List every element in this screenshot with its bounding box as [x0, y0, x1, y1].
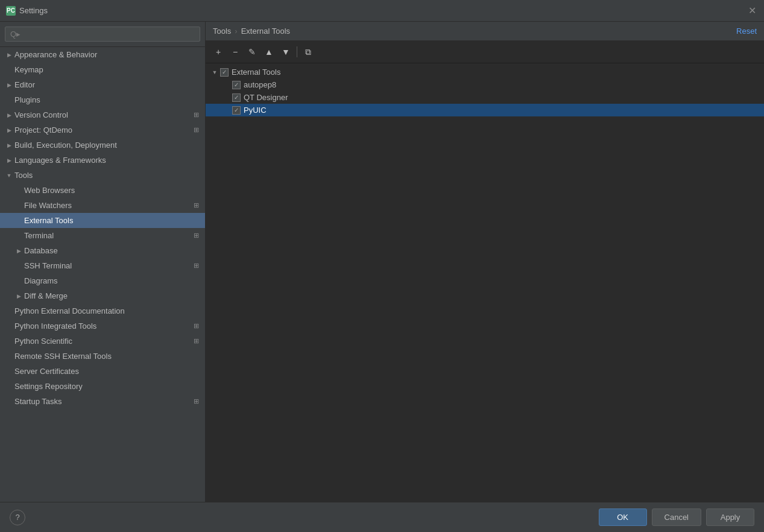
settings-icon-ssh-terminal: ⊞ — [192, 262, 200, 270]
settings-icon-terminal: ⊞ — [192, 232, 200, 240]
title-bar: PC Settings ✕ — [0, 0, 764, 22]
breadcrumb-separator: › — [235, 27, 237, 36]
sidebar: Appearance & BehaviorKeymapEditorPlugins… — [0, 22, 206, 502]
sidebar-label-diagrams: Diagrams — [24, 276, 200, 285]
sidebar-scroll: Appearance & BehaviorKeymapEditorPlugins… — [0, 47, 205, 502]
sidebar-label-python-scientific: Python Scientific — [14, 337, 192, 346]
sidebar-label-build: Build, Execution, Deployment — [14, 141, 200, 150]
sidebar-item-python-integrated[interactable]: Python Integrated Tools⊞ — [0, 318, 205, 334]
apply-button[interactable]: Apply — [706, 508, 754, 526]
move-up-button[interactable]: ▲ — [261, 45, 277, 59]
sidebar-item-languages[interactable]: Languages & Frameworks — [0, 153, 205, 168]
cancel-button[interactable]: Cancel — [652, 508, 701, 526]
sidebar-item-python-scientific[interactable]: Python Scientific⊞ — [0, 334, 205, 349]
sidebar-item-editor[interactable]: Editor — [0, 77, 205, 92]
tree-label-pyuic: PyUIC — [244, 106, 759, 115]
sidebar-item-python-ext-doc[interactable]: Python External Documentation — [0, 303, 205, 318]
search-box — [0, 22, 205, 47]
tree-item-pyuic[interactable]: PyUIC — [206, 104, 764, 116]
app-icon: PC — [6, 6, 16, 16]
tree-checkbox-qt-designer[interactable] — [232, 93, 241, 102]
tree-arrow-external-tools-group — [210, 68, 219, 77]
action-buttons: OK Cancel Apply — [599, 508, 754, 526]
breadcrumb: Tools › External Tools — [213, 27, 290, 36]
sidebar-item-remote-ssh[interactable]: Remote SSH External Tools — [0, 349, 205, 364]
sidebar-label-project: Project: QtDemo — [14, 125, 192, 135]
settings-icon-startup-tasks: ⊞ — [192, 397, 200, 406]
sidebar-item-version-control[interactable]: Version Control⊞ — [0, 107, 205, 122]
content-area: Tools › External Tools Reset + − ✎ ▲ ▼ ⧉… — [206, 22, 764, 502]
arrow-icon-database — [14, 247, 23, 255]
sidebar-label-keymap: Keymap — [14, 65, 200, 74]
settings-icon-python-integrated: ⊞ — [192, 322, 200, 331]
sidebar-item-appearance[interactable]: Appearance & Behavior — [0, 47, 205, 62]
arrow-icon-tools — [5, 171, 13, 180]
sidebar-item-ssh-terminal[interactable]: SSH Terminal⊞ — [0, 258, 205, 273]
sidebar-item-diff-merge[interactable]: Diff & Merge — [0, 288, 205, 303]
sidebar-label-database: Database — [24, 246, 200, 255]
sidebar-label-settings-repository: Settings Repository — [14, 382, 200, 391]
tree-checkbox-autopep8[interactable] — [232, 81, 241, 89]
tree-label-qt-designer: QT Designer — [244, 93, 759, 102]
arrow-icon-project — [5, 126, 13, 135]
sidebar-label-web-browsers: Web Browsers — [24, 186, 200, 195]
sidebar-item-database[interactable]: Database — [0, 243, 205, 258]
window-title: Settings — [19, 6, 748, 15]
toolbar: + − ✎ ▲ ▼ ⧉ — [206, 41, 764, 63]
sidebar-item-diagrams[interactable]: Diagrams — [0, 273, 205, 288]
sidebar-label-remote-ssh: Remote SSH External Tools — [14, 352, 200, 361]
edit-button[interactable]: ✎ — [244, 45, 260, 59]
sidebar-label-file-watchers: File Watchers — [24, 201, 192, 210]
settings-icon-file-watchers: ⊞ — [192, 201, 200, 210]
bottom-bar: ? OK Cancel Apply — [0, 502, 764, 532]
sidebar-item-file-watchers[interactable]: File Watchers⊞ — [0, 198, 205, 213]
tree-item-external-tools-group[interactable]: External Tools — [206, 66, 764, 78]
sidebar-item-build[interactable]: Build, Execution, Deployment — [0, 138, 205, 153]
tree-label-autopep8: autopep8 — [244, 80, 759, 89]
arrow-icon-build — [5, 141, 13, 150]
sidebar-label-python-ext-doc: Python External Documentation — [14, 306, 200, 315]
tree-item-autopep8[interactable]: autopep8 — [206, 78, 764, 91]
sidebar-item-server-certificates[interactable]: Server Certificates — [0, 364, 205, 379]
copy-button[interactable]: ⧉ — [300, 45, 316, 59]
toolbar-separator — [297, 46, 297, 57]
reset-link[interactable]: Reset — [736, 27, 757, 36]
sidebar-label-editor: Editor — [14, 80, 200, 89]
sidebar-item-web-browsers[interactable]: Web Browsers — [0, 183, 205, 198]
search-input[interactable] — [5, 27, 200, 42]
arrow-icon-editor — [5, 81, 13, 89]
sidebar-item-external-tools[interactable]: External Tools — [0, 213, 205, 228]
sidebar-item-startup-tasks[interactable]: Startup Tasks⊞ — [0, 394, 205, 409]
sidebar-item-terminal[interactable]: Terminal⊞ — [0, 228, 205, 243]
breadcrumb-current: External Tools — [241, 27, 290, 36]
sidebar-label-languages: Languages & Frameworks — [14, 156, 200, 165]
move-down-button[interactable]: ▼ — [278, 45, 294, 59]
remove-button[interactable]: − — [227, 45, 243, 59]
add-button[interactable]: + — [210, 45, 226, 59]
tree-checkbox-external-tools-group[interactable] — [220, 68, 229, 77]
help-button[interactable]: ? — [10, 510, 25, 525]
sidebar-label-terminal: Terminal — [24, 231, 192, 240]
settings-icon-python-scientific: ⊞ — [192, 337, 200, 346]
sidebar-label-tools: Tools — [14, 171, 200, 180]
tree-label-external-tools-group: External Tools — [232, 68, 759, 77]
ok-button[interactable]: OK — [599, 508, 647, 526]
sidebar-item-tools[interactable]: Tools — [0, 168, 205, 183]
settings-icon-version-control: ⊞ — [192, 111, 200, 119]
sidebar-label-python-integrated: Python Integrated Tools — [14, 321, 192, 331]
sidebar-label-startup-tasks: Startup Tasks — [14, 397, 192, 406]
tree-checkbox-pyuic[interactable] — [232, 106, 241, 115]
sidebar-item-keymap[interactable]: Keymap — [0, 62, 205, 77]
content-header: Tools › External Tools Reset — [206, 22, 764, 41]
sidebar-label-ssh-terminal: SSH Terminal — [24, 261, 192, 270]
arrow-icon-appearance — [5, 51, 13, 59]
arrow-icon-languages — [5, 156, 13, 165]
sidebar-label-server-certificates: Server Certificates — [14, 367, 200, 376]
sidebar-item-plugins[interactable]: Plugins — [0, 92, 205, 107]
breadcrumb-parent: Tools — [213, 27, 231, 36]
main-container: Appearance & BehaviorKeymapEditorPlugins… — [0, 22, 764, 502]
close-button[interactable]: ✕ — [748, 6, 758, 16]
sidebar-item-settings-repository[interactable]: Settings Repository — [0, 379, 205, 394]
sidebar-item-project[interactable]: Project: QtDemo⊞ — [0, 122, 205, 138]
tree-item-qt-designer[interactable]: QT Designer — [206, 91, 764, 104]
